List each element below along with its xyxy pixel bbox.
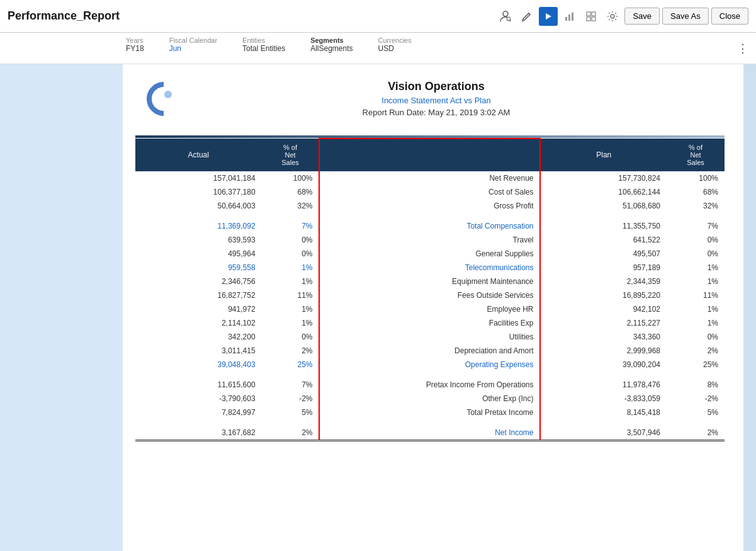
plan-pct: -2%: [667, 392, 725, 406]
plan-value: 942,102: [540, 302, 667, 316]
plan-pct: 8%: [667, 378, 725, 392]
row-label: Equipment Maintenance: [319, 275, 540, 288]
row-label: Utilities: [319, 330, 540, 344]
svg-text:+: +: [508, 18, 510, 21]
table-row: 157,041,184 100% Net Revenue 157,730,824…: [135, 171, 725, 185]
row-label: Net Income: [319, 426, 540, 441]
table-row: 2,346,756 1% Equipment Maintenance 2,344…: [135, 275, 725, 288]
filter-currencies-value: USD: [378, 44, 412, 53]
row-label: Employee HR: [319, 302, 540, 316]
more-options-icon[interactable]: ⋮: [737, 42, 748, 55]
filter-fiscal-value: Jun: [169, 44, 217, 53]
col-plan-header: Plan: [540, 139, 667, 171]
filter-entities[interactable]: Entities Total Entities: [242, 37, 285, 53]
svg-rect-6: [572, 13, 573, 21]
filter-years-label: Years: [126, 37, 144, 44]
row-label: Cost of Sales: [319, 185, 540, 199]
report-container[interactable]: Vision Operations Income Statement Act v…: [123, 64, 743, 551]
close-button[interactable]: Close: [711, 8, 748, 25]
row-label: General Supplies: [319, 247, 540, 261]
page-title: Performance_Report: [8, 9, 496, 23]
table-row: 3,167,682 2% Net Income 3,507,946 2%: [135, 426, 725, 441]
save-as-button[interactable]: Save As: [662, 8, 709, 25]
actual-pct: 32%: [262, 199, 320, 213]
table-row: 11,615,600 7% Pretax Income From Operati…: [135, 378, 725, 392]
filter-entities-value: Total Entities: [242, 44, 285, 53]
table-row: 7,824,997 5% Total Pretax Income 8,145,4…: [135, 406, 725, 419]
actual-value: 3,167,682: [135, 426, 262, 441]
filter-segments[interactable]: Segments AllSegments: [310, 37, 353, 53]
gear-icon[interactable]: [603, 7, 622, 26]
left-panel: [0, 64, 123, 551]
company-logo: [135, 71, 192, 129]
table-row: 39,048,403 25% Operating Expenses 39,090…: [135, 358, 725, 372]
col-pct-actual-header: % ofNetSales: [262, 139, 320, 171]
plan-pct: 0%: [667, 330, 725, 344]
plan-pct: 0%: [667, 233, 725, 247]
row-label: Facilities Exp: [319, 316, 540, 330]
plan-value: 3,507,946: [540, 426, 667, 441]
plan-value: 343,360: [540, 330, 667, 344]
actual-value: 7,824,997: [135, 406, 262, 419]
spacer-row: [135, 372, 725, 378]
plan-pct: 32%: [667, 199, 725, 213]
spacer-row: [135, 419, 725, 426]
row-label: Total Pretax Income: [319, 406, 540, 419]
row-label: Fees Outside Services: [319, 288, 540, 302]
actual-pct: 68%: [262, 185, 320, 199]
plan-pct: 25%: [667, 358, 725, 372]
actual-pct: 7%: [262, 219, 320, 233]
actual-value: -3,790,603: [135, 392, 262, 406]
plan-value: -3,833,059: [540, 392, 667, 406]
play-icon[interactable]: [539, 7, 558, 26]
filter-years[interactable]: Years FY18: [126, 37, 144, 53]
plan-value: 2,999,968: [540, 344, 667, 358]
row-label: Other Exp (Inc): [319, 392, 540, 406]
actual-pct: -2%: [262, 392, 320, 406]
row-label: Net Revenue: [319, 171, 540, 185]
svg-rect-8: [592, 12, 595, 16]
table-row: 50,664,003 32% Gross Profit 51,068,680 3…: [135, 199, 725, 213]
svg-rect-10: [592, 17, 595, 21]
chart-icon[interactable]: [560, 7, 579, 26]
filter-years-value: FY18: [126, 44, 144, 53]
svg-rect-7: [587, 12, 590, 16]
plan-value: 106,662,144: [540, 185, 667, 199]
row-label: Travel: [319, 233, 540, 247]
user-icon[interactable]: +: [496, 7, 515, 26]
row-label: Depreciation and Amort: [319, 344, 540, 358]
actual-pct: 25%: [262, 358, 320, 372]
actual-pct: 1%: [262, 275, 320, 288]
actual-pct: 2%: [262, 344, 320, 358]
plan-pct: 1%: [667, 261, 725, 275]
actual-pct: 7%: [262, 378, 320, 392]
edit-icon[interactable]: [517, 7, 536, 26]
actual-value: 3,011,415: [135, 344, 262, 358]
table-row: 639,593 0% Travel 641,522 0%: [135, 233, 725, 247]
plan-value: 51,068,680: [540, 199, 667, 213]
table-row: 2,114,102 1% Facilities Exp 2,115,227 1%: [135, 316, 725, 330]
col-label-header: [319, 139, 540, 171]
grid-icon[interactable]: [582, 7, 601, 26]
actual-pct: 11%: [262, 288, 320, 302]
plan-pct: 1%: [667, 302, 725, 316]
filter-currencies[interactable]: Currencies USD: [378, 37, 412, 53]
save-button[interactable]: Save: [624, 8, 660, 25]
plan-value: 2,344,359: [540, 275, 667, 288]
plan-pct: 0%: [667, 247, 725, 261]
spacer-row: [135, 213, 725, 219]
plan-pct: 1%: [667, 275, 725, 288]
report-table: Actual % ofNetSales Plan % ofNetSales 15…: [135, 138, 725, 441]
table-row: 11,369,092 7% Total Compensation 11,355,…: [135, 219, 725, 233]
filter-fiscal-calendar[interactable]: Fiscal Calendar Jun: [169, 37, 217, 53]
main-area: Vision Operations Income Statement Act v…: [0, 64, 756, 551]
plan-pct: 2%: [667, 426, 725, 441]
actual-value: 495,964: [135, 247, 262, 261]
plan-pct: 1%: [667, 316, 725, 330]
plan-pct: 7%: [667, 219, 725, 233]
actual-pct: 0%: [262, 233, 320, 247]
svg-rect-4: [565, 17, 567, 21]
table-row: 342,200 0% Utilities 343,360 0%: [135, 330, 725, 344]
table-row: 106,377,180 68% Cost of Sales 106,662,14…: [135, 185, 725, 199]
filter-entities-label: Entities: [242, 37, 285, 44]
